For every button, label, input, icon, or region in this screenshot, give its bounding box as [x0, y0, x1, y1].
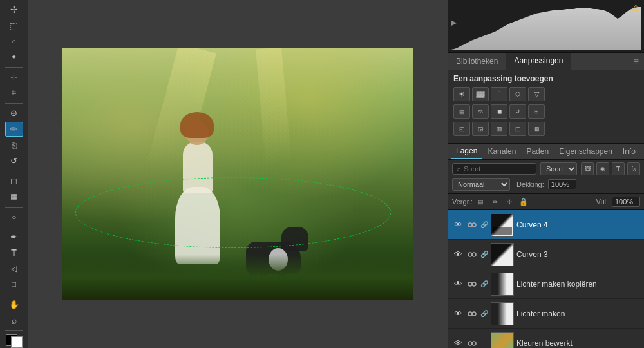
layer-icon-mask[interactable]: ◉ — [596, 162, 609, 175]
layer-thumb-lichter — [491, 302, 514, 325]
histogram-chart — [451, 7, 641, 50]
opacity-label: Dekking: — [516, 180, 544, 188]
chain-icon-lichter-kop: 🔗 — [480, 278, 488, 290]
pen-tool[interactable]: ✒ — [5, 230, 23, 244]
selective-color-icon[interactable]: ▥ — [491, 122, 507, 136]
eyedropper-tool[interactable]: ⌗ — [5, 86, 23, 100]
shape-tool[interactable]: □ — [5, 277, 23, 291]
search-input[interactable] — [464, 165, 502, 173]
history-brush-tool[interactable]: ↺ — [5, 153, 23, 168]
tab-kanalen[interactable]: Kanalen — [482, 144, 521, 159]
blend-row: Normaal Oplossen Donkerder Vermenigvuldi… — [452, 178, 640, 191]
gradient-map-icon[interactable]: ▽ — [528, 87, 545, 101]
curves-icon[interactable]: ⌒ — [491, 87, 507, 101]
tab-aanpassingen[interactable]: Aanpassingen — [506, 53, 571, 70]
layer-item-curven4[interactable]: 👁 🔗 Curven 4 — [448, 210, 644, 240]
colbal-icon[interactable]: ◼ — [491, 104, 507, 119]
layer-link-curven3[interactable] — [466, 249, 478, 260]
histogram-warning-icon: ⚠ — [632, 3, 640, 13]
layer-icon-type[interactable]: T — [612, 162, 625, 175]
layer-link-curven4[interactable] — [466, 219, 478, 231]
stamp-tool[interactable]: ⎘ — [5, 138, 23, 152]
canvas-area — [28, 0, 448, 348]
move-tool[interactable]: ✢ — [5, 3, 23, 17]
layer-item-kleuren[interactable]: 👁 🔗 Kleuren bewerkt — [448, 329, 644, 348]
gradient-tool[interactable]: ▦ — [5, 189, 23, 204]
healing-tool[interactable]: ⊕ — [5, 106, 23, 121]
path-select-tool[interactable]: ◁ — [5, 262, 23, 276]
chain-icon-lichter: 🔗 — [480, 308, 488, 320]
tab-eigenschappen[interactable]: Eigenschappen — [554, 144, 618, 159]
invert-icon[interactable]: ▦ — [528, 122, 545, 136]
posterize-icon[interactable]: ◱ — [453, 122, 470, 136]
opacity-input[interactable] — [548, 179, 576, 189]
foreground-color[interactable] — [6, 334, 23, 348]
layer-item-lichter-kop[interactable]: 👁 🔗 Lichter maken kopiëren — [448, 269, 644, 299]
channel-mixer-icon[interactable]: ◫ — [509, 122, 526, 136]
divider7 — [5, 330, 23, 331]
search-box[interactable]: ⌕ — [452, 163, 536, 175]
layer-link-lichter-kop[interactable] — [466, 278, 478, 290]
divider4 — [5, 207, 23, 208]
levels-icon[interactable]: ▓▓ — [472, 87, 489, 101]
layer-item-curven3[interactable]: 👁 🔗 Curven 3 — [448, 240, 644, 269]
lock-all-btn[interactable]: 🔒 — [518, 196, 529, 208]
layer-icon-image[interactable]: 🖼 — [581, 162, 594, 175]
vibrance-icon[interactable]: ▤ — [453, 104, 470, 119]
canvas-image[interactable] — [62, 48, 413, 300]
search-icon: ⌕ — [457, 165, 461, 173]
bw-icon[interactable]: ↺ — [509, 104, 526, 119]
aanpassingen-title: Een aanpassing toevoegen — [453, 74, 639, 83]
brightness-icon[interactable]: ☀ — [453, 87, 470, 101]
zoom-tool[interactable]: ⌕ — [5, 313, 23, 327]
dodge-tool[interactable]: ○ — [5, 209, 23, 224]
brush-tool[interactable]: ✏ — [5, 122, 23, 137]
lock-pixels-btn[interactable]: ▤ — [475, 196, 487, 208]
layer-visibility-lichter[interactable]: 👁 — [452, 308, 464, 320]
svg-point-10 — [472, 342, 476, 345]
chain-icon-curven3: 🔗 — [480, 249, 488, 260]
photo-filter-icon[interactable]: ⊞ — [528, 104, 545, 119]
play-button[interactable]: ▶ — [451, 18, 457, 27]
divider3 — [5, 171, 23, 171]
eraser-tool[interactable]: ◻ — [5, 174, 23, 188]
layer-visibility-curven4[interactable]: 👁 — [452, 219, 464, 231]
fill-input[interactable] — [612, 197, 640, 207]
adjustment-icons-row3: ◱ ◲ ▥ ◫ ▦ — [453, 122, 639, 136]
type-tool[interactable]: T — [5, 246, 23, 260]
layer-visibility-lichter-kop[interactable]: 👁 — [452, 278, 464, 290]
layer-visibility-curven3[interactable]: 👁 — [452, 249, 464, 260]
hand-tool[interactable]: ✋ — [5, 297, 23, 311]
canvas-wrapper — [62, 48, 413, 300]
threshold-icon[interactable]: ◲ — [472, 122, 489, 136]
tab-info[interactable]: Info — [618, 144, 641, 159]
crop-tool[interactable]: ⊹ — [5, 70, 23, 84]
tab-bibliotheken[interactable]: Bibliotheken — [448, 53, 506, 69]
lock-move-btn[interactable]: ✢ — [504, 196, 515, 208]
layer-link-lichter[interactable] — [466, 308, 478, 320]
exposure-icon[interactable]: ⬡ — [509, 87, 526, 101]
layer-icon-effects[interactable]: fx — [627, 162, 640, 175]
layer-visibility-kleuren[interactable]: 👁 — [452, 338, 464, 349]
hsl-icon[interactable]: ⚖ — [472, 104, 489, 119]
panel-menu-button[interactable]: ≡ — [629, 53, 644, 69]
layers-tab-row: Lagen Kanalen Paden Eigenschappen Info ≡ — [448, 144, 644, 160]
svg-point-5 — [468, 282, 472, 286]
magic-wand-tool[interactable]: ✦ — [5, 50, 23, 64]
layers-menu-button[interactable]: ≡ — [641, 146, 644, 157]
tab-lagen[interactable]: Lagen — [451, 144, 482, 159]
layer-link-kleuren[interactable] — [466, 338, 478, 349]
tab-paden[interactable]: Paden — [521, 144, 554, 159]
layer-thumb-curven4 — [491, 213, 514, 237]
divider5 — [5, 227, 23, 227]
svg-point-2 — [472, 223, 476, 227]
left-toolbar: ✢ ⬚ ○ ✦ ⊹ ⌗ ⊕ ✏ ⎘ ↺ ◻ ▦ ○ ✒ T ◁ □ ✋ ⌕ — [0, 0, 28, 348]
blend-mode-select[interactable]: Normaal Oplossen Donkerder Vermenigvuldi… — [452, 178, 510, 191]
lasso-tool[interactable]: ○ — [5, 34, 23, 48]
layer-icon-buttons: 🖼 ◉ T fx — [581, 162, 640, 175]
lock-paint-btn[interactable]: ✏ — [489, 196, 501, 208]
chain-icon-curven4: 🔗 — [480, 219, 488, 231]
layer-item-lichter[interactable]: 👁 🔗 Lichter maken — [448, 299, 644, 329]
sort-dropdown[interactable]: Soort — [540, 162, 577, 175]
marquee-tool[interactable]: ⬚ — [5, 18, 23, 32]
